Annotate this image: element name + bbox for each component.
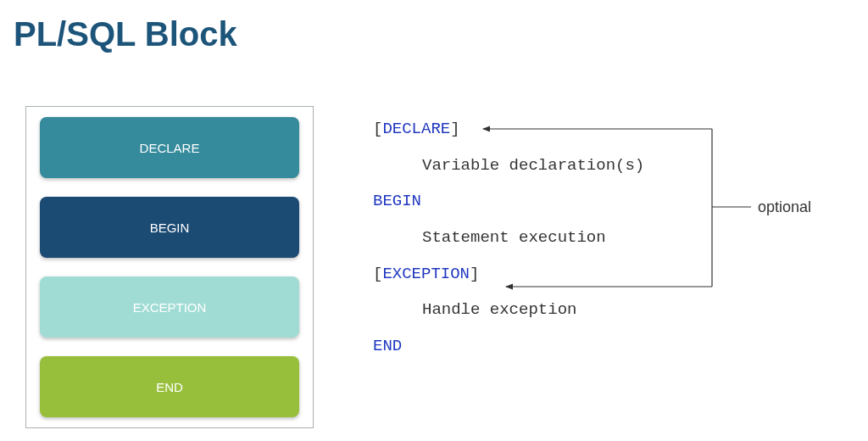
- bar-end: END: [40, 356, 299, 417]
- code-line-exception: [EXCEPTION]: [373, 264, 644, 285]
- bar-declare: DECLARE: [40, 117, 299, 178]
- page-title: PL/SQL Block: [14, 15, 237, 53]
- code-line-declare-desc: Variable declaration(s): [373, 155, 644, 176]
- keyword-declare: DECLARE: [382, 120, 450, 138]
- code-line-begin-desc: Statement execution: [373, 227, 644, 248]
- code-structure: [DECLARE] Variable declaration(s) BEGIN …: [373, 119, 644, 372]
- bar-exception: EXCEPTION: [40, 276, 299, 338]
- code-line-begin: BEGIN: [373, 191, 644, 212]
- code-line-end: END: [373, 336, 644, 357]
- keyword-exception: EXCEPTION: [382, 265, 470, 283]
- code-line-exception-desc: Handle exception: [373, 299, 644, 321]
- bar-begin: BEGIN: [40, 197, 299, 258]
- plsql-block-box: DECLARE BEGIN EXCEPTION END: [25, 106, 314, 428]
- code-line-declare: [DECLARE]: [373, 119, 644, 140]
- keyword-begin: BEGIN: [373, 192, 421, 210]
- optional-annotation: optional: [758, 198, 811, 216]
- slide: PL/SQL Block DECLARE BEGIN EXCEPTION END…: [0, 0, 868, 441]
- keyword-end: END: [373, 337, 402, 355]
